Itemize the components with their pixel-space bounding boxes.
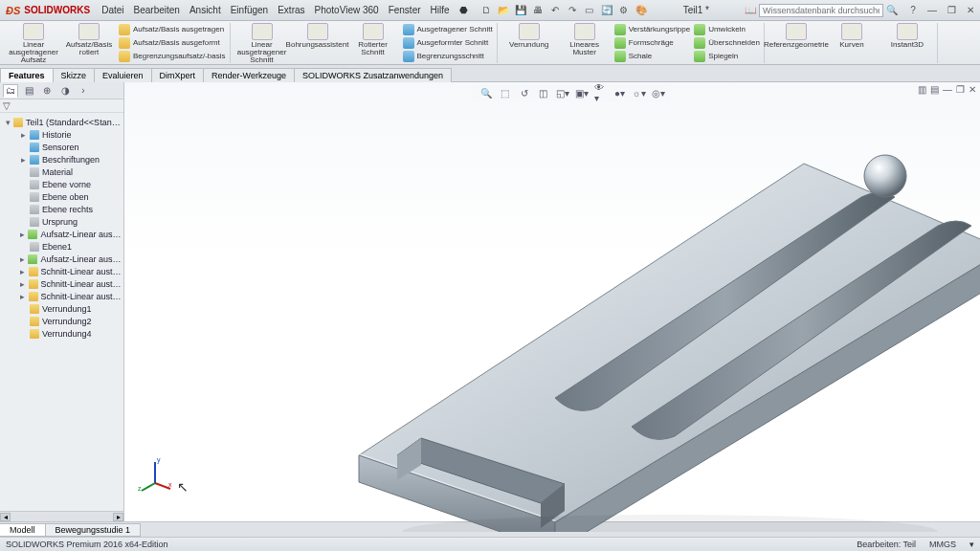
status-units[interactable]: MMGS	[929, 540, 956, 549]
expand-icon[interactable]: ▸	[19, 230, 25, 239]
tree-item[interactable]: Sensoren	[2, 141, 122, 153]
zoom-area-icon[interactable]: ⬚	[499, 86, 512, 99]
viewport-3d[interactable]: 🔍 ⬚ ↺ ◫ ◱▾ ▣▾ 👁▾ ●▾ ☼▾ ◎▾ ▥ ▤ — ❐ ✕	[124, 82, 980, 521]
panel-scrollbar[interactable]: ◂ ▸	[0, 511, 123, 521]
swept-cut-button[interactable]: Ausgetragener Schnitt	[403, 23, 493, 35]
tree-item[interactable]: ▸Beschriftungen	[2, 153, 122, 165]
appearance-icon[interactable]: 🎨	[635, 4, 648, 17]
menu-bearbeiten[interactable]: Bearbeiten	[134, 5, 180, 15]
help-button[interactable]: ?	[903, 4, 923, 17]
tree-item[interactable]: Verrundung1	[2, 302, 122, 315]
expand-icon[interactable]: ▸	[19, 254, 25, 264]
tree-item[interactable]: Ebene vorne	[2, 178, 122, 190]
boundary-boss-button[interactable]: Begrenzungsaufsatz/-basis	[119, 50, 226, 62]
menu-einfuegen[interactable]: Einfügen	[231, 5, 268, 15]
mirror-button[interactable]: Spiegeln	[694, 50, 760, 62]
panel-overflow-icon[interactable]: ›	[76, 84, 91, 98]
maximize-button[interactable]: ❐	[942, 4, 961, 17]
tree-item[interactable]: Verrundung4	[2, 327, 122, 340]
render-icon[interactable]: ◎▾	[652, 86, 665, 99]
select-icon[interactable]: ▭	[583, 4, 596, 17]
curves-button[interactable]: Kurven	[826, 23, 878, 49]
tab-dimxpert[interactable]: DimXpert	[151, 68, 205, 82]
tree-item[interactable]: ▸Schnitt-Linear austragen3	[2, 290, 122, 302]
lofted-cut-button[interactable]: Ausgeformter Schnitt	[403, 36, 493, 49]
tree-item[interactable]: Ebene1	[2, 240, 122, 253]
property-manager-tab-icon[interactable]: ▤	[21, 84, 36, 98]
revolved-cut-button[interactable]: Rotierter Schnitt	[347, 23, 399, 56]
menu-ansicht[interactable]: Ansicht	[189, 5, 221, 15]
scene-icon[interactable]: ☼▾	[633, 86, 646, 99]
tree-item[interactable]: ▸Aufsatz-Linear austragen2	[2, 253, 122, 265]
linear-pattern-button[interactable]: Lineares Muster	[559, 23, 611, 56]
expand-icon[interactable]: ▸	[19, 130, 27, 140]
hide-show-icon[interactable]: 👁▾	[594, 86, 608, 99]
configuration-tab-icon[interactable]: ⊕	[39, 84, 55, 98]
menu-photoview360[interactable]: PhotoView 360	[315, 5, 379, 15]
ref-geometry-button[interactable]: Referenzgeometrie	[770, 23, 822, 49]
menu-datei[interactable]: Datei	[101, 5, 123, 15]
redo-icon[interactable]: ↷	[566, 4, 579, 17]
display-manager-tab-icon[interactable]: ◑	[57, 84, 73, 98]
tree-item[interactable]: ▸Schnitt-Linear austragen1	[2, 265, 122, 277]
pane-max-icon[interactable]: ❐	[956, 84, 965, 95]
tree-item[interactable]: ▸Aufsatz-Linear austragen1	[2, 228, 122, 240]
prev-view-icon[interactable]: ↺	[518, 86, 531, 99]
draft-button[interactable]: Formschräge	[614, 36, 690, 49]
tree-item[interactable]: ▸Historie	[2, 128, 122, 141]
tab-features[interactable]: Features	[0, 68, 54, 82]
tab-addins[interactable]: SOLIDWORKS Zusatzanwendungen	[294, 68, 452, 82]
tree-item[interactable]: Verrundung2	[2, 315, 122, 327]
fillet-button[interactable]: Verrundung	[503, 23, 555, 49]
appearance-view-icon[interactable]: ●▾	[613, 86, 627, 99]
tree-root[interactable]: ▾ Teil1 (Standard<<Standard>_Anzeigest	[2, 116, 122, 128]
orientation-triad[interactable]: y x z	[136, 454, 174, 493]
wrap-button[interactable]: Umwickeln	[694, 23, 760, 35]
boundary-cut-button[interactable]: Begrenzungsschnitt	[403, 50, 493, 62]
lofted-boss-button[interactable]: Aufsatz/Basis ausgeformt	[119, 36, 226, 49]
display-style-icon[interactable]: ▣▾	[575, 86, 589, 99]
close-button[interactable]: ✕	[961, 4, 980, 17]
tree-item[interactable]: Ursprung	[2, 215, 122, 228]
status-caret-icon[interactable]: ▾	[969, 540, 974, 549]
save-icon[interactable]: 💾	[514, 4, 527, 17]
new-icon[interactable]: 🗋	[479, 4, 493, 17]
view-orientation-icon[interactable]: ◱▾	[556, 86, 569, 99]
open-icon[interactable]: 📂	[497, 4, 510, 17]
print-icon[interactable]: 🖶	[531, 4, 545, 17]
expand-icon[interactable]: ▸	[19, 292, 26, 301]
swept-boss-button[interactable]: Aufsatz/Basis ausgetragen	[119, 23, 226, 35]
menu-hilfe[interactable]: Hilfe	[431, 5, 450, 15]
expand-icon[interactable]: ▸	[19, 155, 27, 165]
rib-button[interactable]: Verstärkungsrippe	[614, 23, 690, 35]
zoom-fit-icon[interactable]: 🔍	[479, 86, 493, 99]
menu-fenster[interactable]: Fenster	[389, 5, 421, 15]
extruded-cut-button[interactable]: Linear ausgetragener Schnitt	[236, 23, 288, 64]
section-view-icon[interactable]: ◫	[537, 86, 550, 99]
expand-icon[interactable]: ▾	[6, 118, 11, 127]
undo-icon[interactable]: ↶	[548, 4, 562, 17]
minimize-button[interactable]: —	[923, 4, 942, 17]
intersect-button[interactable]: Überschneiden	[694, 36, 760, 49]
extruded-boss-button[interactable]: Linear ausgetragener Aufsatz	[8, 23, 59, 64]
shell-button[interactable]: Schale	[614, 50, 690, 62]
pane-min-icon[interactable]: —	[943, 84, 952, 95]
tree-item[interactable]: Ebene oben	[2, 190, 122, 203]
scroll-right-icon[interactable]: ▸	[113, 513, 123, 521]
expand-icon[interactable]: ▸	[19, 267, 26, 276]
scroll-left-icon[interactable]: ◂	[0, 513, 11, 521]
tree-item[interactable]: ▸Schnitt-Linear austragen2	[2, 277, 122, 290]
revolved-boss-button[interactable]: Aufsatz/Basis rotiert	[63, 23, 115, 56]
search-input[interactable]	[759, 4, 883, 17]
tab-motion-study[interactable]: Bewegungsstudie 1	[45, 523, 142, 537]
tree-item[interactable]: Material	[2, 165, 122, 178]
tab-sketch[interactable]: Skizze	[53, 68, 96, 82]
menu-extras[interactable]: Extras	[278, 5, 304, 15]
tab-evaluate[interactable]: Evaluieren	[94, 68, 152, 82]
feature-tree-tab-icon[interactable]: 🗂	[3, 84, 18, 98]
pane-split-h-icon[interactable]: ▥	[918, 84, 926, 95]
search-icon[interactable]: 🔍	[886, 5, 898, 15]
tab-model[interactable]: Modell	[0, 523, 46, 537]
hole-wizard-button[interactable]: Bohrungsassistent	[292, 23, 344, 49]
tree-item[interactable]: Ebene rechts	[2, 203, 122, 215]
